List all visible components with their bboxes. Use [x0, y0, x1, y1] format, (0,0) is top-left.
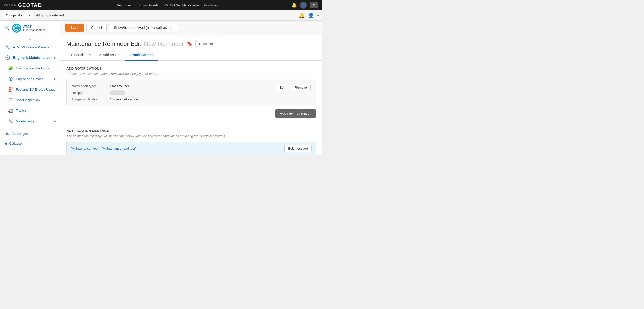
sidebar-item-asset-inspection-label: Asset Inspection: [16, 98, 40, 102]
groups-bar-right-icons: 🔔 👤 ▾: [299, 12, 319, 18]
toolbar: Save Cancel Show/hide archived (historic…: [60, 21, 322, 35]
notification-type-value: Email to user: [110, 84, 129, 88]
fuel-ev-icon: ⛽: [8, 87, 13, 92]
notification-message-card: {Maintenance type} - {Maintenance remind…: [66, 142, 316, 154]
edit-notification-button[interactable]: Edit: [276, 84, 289, 91]
maintenance-arrow-icon: ▶: [54, 119, 56, 123]
sidebar-item-trailers[interactable]: 🚛 Trailers: [0, 105, 60, 116]
maintenance-icon: 🔧: [8, 118, 13, 124]
all-groups-selected-text: All groups selected: [36, 13, 64, 17]
brand-text: AT&T Fleet Management: [23, 25, 46, 32]
fuel-transaction-icon: 🧩: [8, 65, 13, 71]
svg-point-5: [7, 57, 8, 58]
do-not-sell-link[interactable]: Do Not Sell My Personal Information: [165, 3, 218, 7]
bookmark-icon[interactable]: 🔖: [187, 41, 192, 47]
svg-point-7: [10, 78, 11, 80]
page-title-sub: New Reminder: [144, 40, 184, 47]
engine-device-icon: [8, 76, 13, 82]
add-notifications-desc: Choose how this maintenance reminder wil…: [66, 72, 316, 76]
sidebar-item-fuel-ev-label: Fuel and EV Energy Usage: [16, 88, 56, 91]
tabs-bar: 1. Conditions 2. Add Assets 3. Notificat…: [60, 50, 322, 61]
sidebar-item-fuel-transaction-label: Fuel Transaction Import: [16, 66, 50, 70]
sidebar-collapse-button[interactable]: ◀ Collapse: [0, 139, 60, 148]
notification-recipient-label: Recipient:: [72, 91, 107, 95]
notification-fields: Notification type: Email to user Recipie…: [72, 84, 138, 101]
user-name: ▼: [312, 3, 315, 7]
workforce-icon: 🔧: [5, 44, 10, 50]
notification-trigger-row: Trigger notification: 10 days before due: [72, 97, 138, 101]
groups-filter-label: Groups filter: [6, 13, 24, 17]
notification-recipient-row: Recipient:: [72, 90, 138, 95]
top-nav-links: Resources Submit Tickets Do Not Sell My …: [116, 3, 218, 7]
cancel-button[interactable]: Cancel: [86, 24, 107, 31]
groups-filter-button[interactable]: Groups filter ▾: [3, 12, 33, 18]
trailers-icon: 🚛: [8, 108, 13, 113]
sidebar-item-messages-label: Messages: [13, 132, 28, 136]
collapse-label: Collapse: [9, 142, 22, 145]
sidebar-item-workforce-label: AT&T Workforce Manager: [13, 45, 51, 49]
save-button[interactable]: Save: [65, 24, 84, 32]
remove-notification-button[interactable]: Remove: [291, 84, 311, 91]
sidebar-item-maintenance-label: Maintenance...: [16, 119, 37, 123]
sidebar-menu: 🔧 AT&T Workforce Manager Engine & Mainte…: [0, 42, 60, 126]
add-notification-row: Add new notification: [66, 109, 316, 118]
sidebar-item-maintenance[interactable]: 🔧 Maintenance... ▶: [0, 116, 60, 126]
logo: Powered by GEOTAB: [4, 2, 42, 8]
sidebar-item-messages[interactable]: ✉ Messages: [0, 128, 60, 139]
att-logo-icon: [12, 24, 21, 33]
resources-link[interactable]: Resources: [116, 3, 131, 7]
engine-device-arrow-icon: ▶: [54, 77, 56, 81]
groups-filter-chevron-icon: ▾: [29, 13, 30, 17]
sidebar: 🔍 AT&T Fleet Management ▲: [0, 21, 60, 154]
groups-bell-icon[interactable]: 🔔: [299, 12, 305, 18]
messages-icon: ✉: [5, 131, 10, 136]
sidebar-item-engine-maintenance[interactable]: Engine & Maintenance ▲: [0, 52, 60, 63]
notification-actions: Edit Remove: [276, 84, 311, 91]
add-notifications-title: ADD NOTIFICATIONS: [66, 67, 316, 70]
archived-assets-button[interactable]: Show/hide archived (historical) assets: [109, 24, 178, 31]
user-menu-dropdown[interactable]: ▼: [310, 2, 318, 8]
add-new-notification-button[interactable]: Add new notification: [275, 109, 316, 118]
asset-inspection-icon: 📋: [8, 97, 13, 103]
notification-type-label: Notification type:: [72, 84, 107, 88]
groups-dropdown-icon[interactable]: ▾: [317, 13, 319, 17]
engine-section-chevron-icon: ▲: [53, 56, 56, 59]
page-title: Maintenance Reminder Edit: [66, 40, 141, 47]
sidebar-item-asset-inspection[interactable]: 📋 Asset Inspection: [0, 95, 60, 105]
sidebar-item-trailers-label: Trailers: [16, 109, 27, 112]
search-icon[interactable]: 🔍: [4, 25, 10, 31]
notification-trigger-value: 10 days before due: [110, 97, 138, 101]
sidebar-scroll-up[interactable]: ▲: [0, 36, 60, 42]
sidebar-item-engine-device-label: Engine and Device...: [16, 77, 46, 81]
powered-by-text: Powered by: [4, 4, 16, 6]
tab-add-assets[interactable]: 2. Add Assets: [95, 50, 125, 61]
groups-user-icon[interactable]: 👤: [308, 12, 314, 18]
page-header: Maintenance Reminder Edit New Reminder 🔖…: [60, 35, 322, 50]
sidebar-item-workforce[interactable]: 🔧 AT&T Workforce Manager: [0, 42, 60, 52]
geotab-logo: GEOTAB: [18, 2, 42, 8]
sidebar-item-engine-device[interactable]: Engine and Device... ▶: [0, 73, 60, 84]
content-area: Save Cancel Show/hide archived (historic…: [60, 21, 322, 154]
notifications-bell-icon[interactable]: 🔔: [291, 2, 297, 8]
collapse-icon: ◀: [4, 142, 7, 145]
engine-icon: [5, 55, 10, 60]
top-nav-right: 🔔 👤 ▼: [291, 2, 318, 9]
brand-name: AT&T: [23, 25, 46, 29]
show-help-button[interactable]: Show help: [195, 40, 218, 47]
tab-notifications[interactable]: 3. Notifications: [125, 50, 158, 61]
notification-message-desc: The notification message will be the one…: [66, 134, 316, 138]
sidebar-brand: AT&T Fleet Management: [12, 24, 46, 33]
sidebar-item-engine-label: Engine & Maintenance: [13, 56, 50, 60]
main-layout: 🔍 AT&T Fleet Management ▲: [0, 21, 322, 154]
top-nav: Powered by GEOTAB Resources Submit Ticke…: [0, 0, 322, 10]
notification-type-row: Notification type: Email to user: [72, 84, 138, 88]
notification-message-title: NOTIFICATION MESSAGE: [66, 129, 316, 133]
user-avatar[interactable]: 👤: [300, 2, 307, 9]
sidebar-header: 🔍 AT&T Fleet Management: [0, 21, 60, 36]
submit-tickets-link[interactable]: Submit Tickets: [138, 3, 159, 7]
sidebar-item-fuel-transaction[interactable]: 🧩 Fuel Transaction Import: [0, 63, 60, 73]
edit-message-button[interactable]: Edit message: [284, 145, 312, 152]
tab-conditions[interactable]: 1. Conditions: [66, 50, 95, 61]
sidebar-item-fuel-ev[interactable]: ⛽ Fuel and EV Energy Usage: [0, 84, 60, 95]
notification-message-section: NOTIFICATION MESSAGE The notification me…: [66, 124, 316, 154]
